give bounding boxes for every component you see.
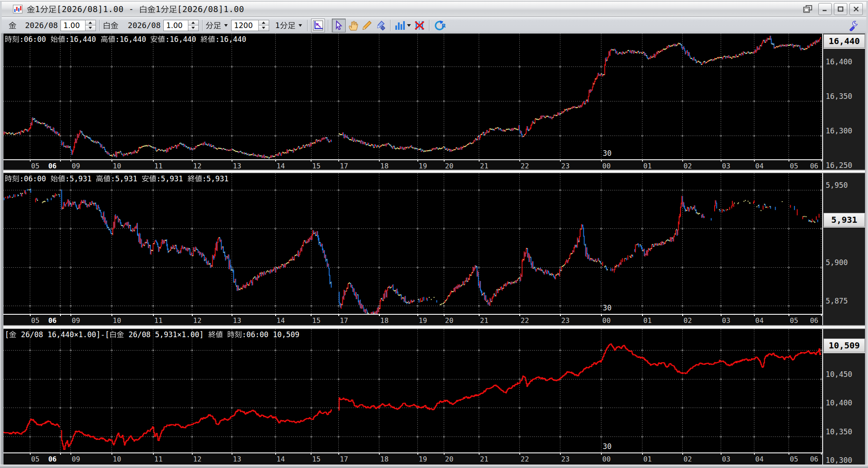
x-label: 01	[643, 316, 652, 325]
tick	[560, 160, 561, 161]
tick	[275, 160, 276, 161]
x-label: 03	[722, 455, 730, 463]
x-label: 18	[380, 455, 388, 463]
x-label: 05	[790, 455, 798, 463]
tick	[338, 453, 339, 455]
tick	[682, 315, 683, 316]
tick	[60, 160, 61, 161]
tick	[560, 453, 561, 455]
tick	[232, 453, 232, 455]
kanji-glyph	[150, 35, 158, 43]
tick	[311, 453, 312, 455]
x-label: 14	[277, 162, 285, 170]
x-label: 02	[684, 455, 692, 463]
tick	[444, 315, 445, 316]
app-window: 1[2026/08]1.00 - 1[2026/08]1.00 2026/08 …	[0, 0, 868, 468]
plot-gold-1min[interactable]: 30	[3, 34, 822, 159]
plot-platinum-1min[interactable]: 30	[3, 173, 822, 314]
tick	[821, 453, 822, 455]
panel-separator[interactable]	[0, 170, 868, 173]
x-label: 03	[722, 162, 730, 170]
x-label: 09	[72, 162, 80, 170]
x-label: 06	[48, 162, 57, 170]
kanji-glyph	[235, 331, 242, 338]
text-run	[223, 330, 227, 339]
kanji-glyph	[200, 35, 208, 43]
chart-svg-platinum-1min: 30	[3, 173, 822, 314]
x-label: 17	[340, 455, 348, 463]
x-label: 00	[602, 162, 610, 170]
chart-svg-spread-gold-minus-platinum: 30	[3, 329, 822, 452]
panel-separator[interactable]	[0, 325, 868, 329]
y-label: 16,300	[826, 126, 852, 135]
tick	[642, 315, 643, 316]
tick	[153, 315, 154, 316]
tick	[560, 315, 561, 316]
kanji-glyph	[195, 175, 202, 182]
time-axis-gold-1min: 0506091011121314151718192021222300010203…	[3, 160, 822, 170]
tick	[721, 453, 722, 455]
tick	[519, 453, 520, 455]
date-label: 30	[603, 442, 611, 451]
tick	[30, 160, 31, 161]
price-axis-platinum-1min: 5,9505,9255,9005,875	[823, 173, 865, 325]
x-label: 10	[113, 316, 121, 325]
tick	[311, 315, 312, 316]
x-label: 06	[48, 455, 57, 463]
x-label: 04	[755, 455, 763, 463]
text-run: :5,931	[65, 174, 96, 183]
x-label: 05	[31, 455, 39, 463]
kanji-glyph	[12, 35, 19, 43]
text-run: 26/08 16,440×1.00]-[	[16, 330, 109, 339]
tick	[821, 160, 822, 161]
tick	[682, 160, 683, 161]
x-label: 13	[233, 316, 241, 325]
tick	[379, 160, 380, 161]
x-label: 05	[31, 316, 39, 325]
x-label: 20	[445, 162, 453, 170]
x-label: 19	[419, 162, 427, 170]
kanji-glyph	[158, 35, 165, 43]
tick	[275, 453, 276, 455]
kanji-glyph	[96, 175, 103, 182]
tick	[444, 453, 445, 455]
tick	[60, 453, 61, 455]
x-label: 01	[643, 455, 652, 463]
tick	[379, 315, 380, 316]
panel-info-spread-gold-minus-platinum: [ 26/08 16,440×1.00]-[ 26/08 5,931×1.00]…	[5, 330, 299, 339]
tick	[754, 453, 755, 455]
y-label: 16,250	[826, 161, 852, 170]
kanji-glyph	[142, 175, 149, 182]
plot-spread-gold-minus-platinum[interactable]: 30	[3, 329, 822, 452]
tick	[479, 160, 480, 161]
kanji-glyph	[58, 35, 65, 43]
x-label: 11	[154, 316, 162, 325]
x-label: 14	[277, 316, 285, 325]
price-box-gold-1min: 16,440	[823, 34, 865, 48]
tick	[30, 315, 31, 316]
x-label: 13	[233, 162, 241, 170]
x-label: 12	[193, 455, 201, 463]
x-label: 23	[561, 162, 569, 170]
time-axis-platinum-1min: 0506091011121314151718192021222300010203…	[3, 315, 822, 325]
text-run: :16,440	[215, 35, 246, 44]
tick	[275, 315, 276, 316]
x-label: 11	[154, 455, 162, 463]
x-label: 02	[684, 162, 692, 170]
tick	[111, 160, 112, 161]
tick	[30, 453, 31, 455]
tick	[60, 315, 61, 316]
panel-info-gold-1min: :06:00 :16,440 :16,440 :16,440 :16,440	[5, 35, 246, 44]
x-label: 05	[31, 162, 39, 170]
tick	[642, 453, 643, 455]
x-label: 21	[480, 162, 488, 170]
tick	[111, 315, 112, 316]
kanji-glyph	[227, 331, 235, 338]
y-label: 10,450	[826, 370, 852, 379]
window-frame-bottom	[0, 465, 868, 468]
tick	[338, 160, 339, 161]
text-run: :5,931	[202, 174, 229, 183]
x-label: 18	[380, 316, 388, 325]
tick	[338, 315, 339, 316]
y-label: 5,875	[826, 297, 848, 305]
